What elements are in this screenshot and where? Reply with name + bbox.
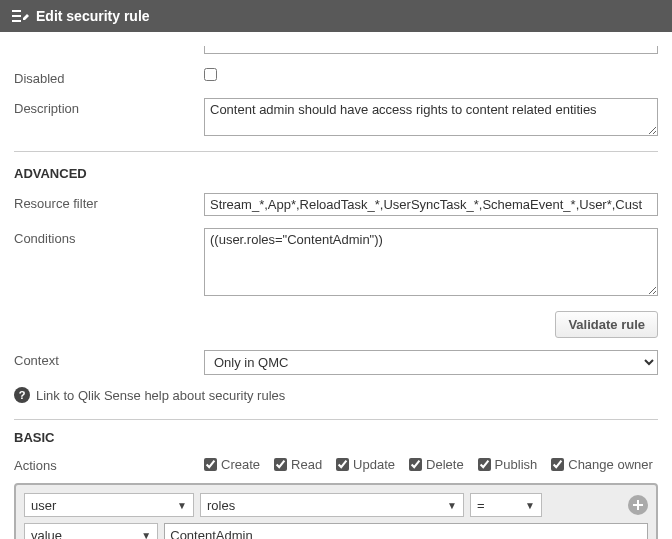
context-label: Context (14, 350, 204, 368)
svg-rect-0 (12, 10, 21, 12)
context-select[interactable]: Only in QMC (204, 350, 658, 375)
advanced-heading: ADVANCED (14, 166, 658, 181)
description-textarea[interactable]: Content admin should have access rights … (204, 98, 658, 136)
basic-condition-builder: user▼ roles▼ =▼ value▼ (14, 483, 658, 539)
description-label: Description (14, 98, 204, 116)
action-delete[interactable]: Delete (409, 457, 464, 472)
action-changeowner[interactable]: Change owner (551, 457, 653, 472)
cropped-input-above (204, 46, 658, 56)
svg-rect-4 (633, 504, 643, 506)
subject-select[interactable]: user▼ (24, 493, 194, 517)
action-update[interactable]: Update (336, 457, 395, 472)
conditions-label: Conditions (14, 228, 204, 246)
actions-label: Actions (14, 455, 204, 473)
action-create[interactable]: Create (204, 457, 260, 472)
name-label-placeholder (14, 46, 204, 49)
value-type-select[interactable]: value▼ (24, 523, 158, 539)
basic-heading: BASIC (14, 430, 658, 445)
edit-list-icon (12, 9, 30, 23)
action-publish[interactable]: Publish (478, 457, 538, 472)
chevron-down-icon: ▼ (525, 500, 535, 511)
actions-list: Create Read Update Delete Publish Change… (204, 457, 653, 472)
disabled-checkbox[interactable] (204, 68, 217, 81)
help-icon: ? (14, 387, 30, 403)
svg-rect-2 (12, 20, 21, 22)
svg-rect-1 (12, 15, 21, 17)
attribute-select[interactable]: roles▼ (200, 493, 464, 517)
validate-rule-button[interactable]: Validate rule (555, 311, 658, 338)
add-condition-button[interactable] (628, 495, 648, 515)
conditions-textarea[interactable]: ((user.roles="ContentAdmin")) (204, 228, 658, 296)
resource-filter-input[interactable] (204, 193, 658, 216)
action-read[interactable]: Read (274, 457, 322, 472)
operator-select[interactable]: =▼ (470, 493, 542, 517)
disabled-label: Disabled (14, 68, 204, 86)
help-link[interactable]: Link to Qlik Sense help about security r… (36, 388, 285, 403)
chevron-down-icon: ▼ (447, 500, 457, 511)
dialog-header: Edit security rule (0, 0, 672, 32)
dialog-title: Edit security rule (36, 8, 150, 24)
condition-value-input[interactable] (164, 523, 648, 539)
chevron-down-icon: ▼ (177, 500, 187, 511)
resource-filter-label: Resource filter (14, 193, 204, 211)
chevron-down-icon: ▼ (141, 530, 151, 540)
